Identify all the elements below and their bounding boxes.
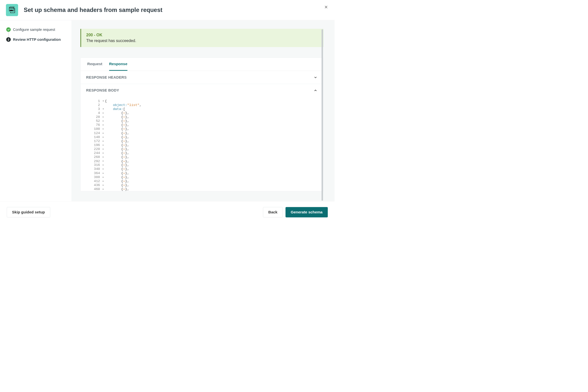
http-connector-icon: HTTP [6, 4, 18, 16]
line-number: 52 [92, 119, 102, 123]
tab-response[interactable]: Response [109, 58, 127, 71]
svg-text:HTTP: HTTP [10, 10, 13, 11]
page-title: Set up schema and headers from sample re… [24, 7, 163, 14]
close-icon [324, 5, 328, 9]
code-line: 1▾{ [92, 99, 317, 103]
status-message: The request has succeeded. [86, 38, 318, 43]
fold-toggle[interactable]: ▸ [102, 128, 105, 130]
fold-toggle[interactable]: ▸ [102, 144, 105, 146]
line-number: 2 [92, 103, 102, 107]
code-line: 28▸ {↔}, [92, 115, 317, 119]
code-line: 124▸ {↔}, [92, 131, 317, 135]
line-number: 28 [92, 115, 102, 119]
fold-toggle[interactable]: ▸ [102, 156, 105, 158]
check-icon [6, 27, 11, 32]
line-number: 220 [92, 147, 102, 151]
code-line: 364▸ {↔}, [92, 171, 317, 175]
step-label: Review HTTP configuration [13, 37, 61, 42]
fold-toggle[interactable]: ▾ [102, 100, 105, 102]
code-line: 76▸ {↔}, [92, 123, 317, 127]
fold-toggle[interactable]: ▸ [102, 164, 105, 166]
code-line: 3▾ data: [ [92, 107, 317, 111]
code-line: 436▸ {↔}, [92, 183, 317, 187]
fold-toggle[interactable]: ▸ [102, 160, 105, 162]
code-line: 4▸ {↔}, [92, 111, 317, 115]
section-title: RESPONSE HEADERS [86, 75, 127, 80]
line-number: 196 [92, 143, 102, 147]
code-block: 1▾{2 object: "list",3▾ data: [4▸ {↔},28▸… [86, 97, 318, 191]
fold-toggle[interactable]: ▸ [102, 188, 105, 190]
skip-guided-setup-button[interactable]: Skip guided setup [7, 207, 50, 218]
response-body-toggle[interactable]: RESPONSE BODY [86, 84, 318, 97]
line-number: 292 [92, 159, 102, 163]
chevron-down-icon [313, 75, 317, 79]
line-number: 124 [92, 131, 102, 135]
fold-toggle[interactable]: ▸ [102, 176, 105, 178]
step-label: Configure sample request [13, 27, 55, 32]
step-configure-sample-request[interactable]: Configure sample request [6, 27, 65, 32]
response-headers-toggle[interactable]: RESPONSE HEADERS [86, 71, 318, 84]
fold-toggle[interactable]: ▸ [102, 136, 105, 138]
code-line: 460▸ {↔}, [92, 187, 317, 191]
fold-toggle[interactable]: ▸ [102, 180, 105, 182]
code-line: 100▸ {↔}, [92, 127, 317, 131]
back-button[interactable]: Back [263, 207, 283, 218]
fold-toggle[interactable]: ▸ [102, 172, 105, 174]
chevron-up-icon [313, 88, 317, 92]
fold-toggle[interactable]: ▸ [102, 168, 105, 171]
fold-toggle[interactable]: ▸ [102, 120, 105, 122]
response-card: Request Response RESPONSE HEADERS RESPON… [80, 58, 323, 192]
page-header: HTTP Set up schema and headers from samp… [0, 0, 334, 20]
tab-request[interactable]: Request [87, 58, 102, 71]
step-review-http-configuration[interactable]: 2 Review HTTP configuration [6, 37, 65, 42]
response-body-section: RESPONSE BODY 1▾{2 object: "list",3▾ dat… [80, 84, 323, 191]
fold-toggle[interactable]: ▸ [102, 124, 105, 126]
step-number-badge: 2 [6, 37, 11, 42]
fold-toggle[interactable]: ▸ [102, 140, 105, 142]
code-line: 388▸ {↔}, [92, 175, 317, 179]
line-number: 244 [92, 151, 102, 155]
line-number: 388 [92, 175, 102, 179]
line-number: 76 [92, 123, 102, 127]
line-number: 316 [92, 163, 102, 167]
main-content: 200 - OK The request has succeeded. Requ… [72, 20, 334, 201]
line-number: 4 [92, 111, 102, 115]
fold-toggle[interactable]: ▾ [102, 108, 105, 110]
status-banner: 200 - OK The request has succeeded. [80, 29, 323, 47]
line-number: 172 [92, 139, 102, 143]
code-line: 244▸ {↔}, [92, 151, 317, 155]
line-number: 3 [92, 107, 102, 111]
code-line: 196▸ {↔}, [92, 143, 317, 147]
section-title: RESPONSE BODY [86, 88, 119, 92]
line-number: 148 [92, 135, 102, 139]
code-line: 172▸ {↔}, [92, 139, 317, 143]
line-number: 364 [92, 171, 102, 175]
close-button[interactable] [323, 4, 328, 10]
code-line: 148▸ {↔}, [92, 135, 317, 139]
code-line: 220▸ {↔}, [92, 147, 317, 151]
step-connector [8, 32, 9, 37]
code-line: 340▸ {↔}, [92, 167, 317, 171]
fold-toggle[interactable]: ▸ [102, 152, 105, 154]
code-line: 2 object: "list", [92, 103, 317, 107]
line-number: 460 [92, 187, 102, 191]
fold-toggle[interactable]: ▸ [102, 132, 105, 134]
code-line: 52▸ {↔}, [92, 119, 317, 123]
tabs: Request Response [80, 58, 323, 71]
page-body: Configure sample request 2 Review HTTP c… [0, 20, 334, 201]
footer: Skip guided setup Back Generate schema [0, 201, 334, 223]
code-line: 268▸ {↔}, [92, 155, 317, 159]
line-number: 100 [92, 127, 102, 131]
line-number: 268 [92, 155, 102, 159]
response-headers-section: RESPONSE HEADERS [80, 71, 323, 84]
fold-toggle[interactable]: ▸ [102, 184, 105, 186]
scrollbar[interactable] [321, 29, 323, 201]
line-number: 1 [92, 99, 102, 103]
fold-toggle[interactable]: ▸ [102, 148, 105, 150]
generate-schema-button[interactable]: Generate schema [286, 207, 328, 218]
code-line: 292▸ {↔}, [92, 159, 317, 163]
fold-toggle[interactable]: ▸ [102, 112, 105, 114]
fold-toggle[interactable]: ▸ [102, 116, 105, 118]
line-number: 412 [92, 179, 102, 183]
status-code: 200 - OK [86, 33, 318, 37]
